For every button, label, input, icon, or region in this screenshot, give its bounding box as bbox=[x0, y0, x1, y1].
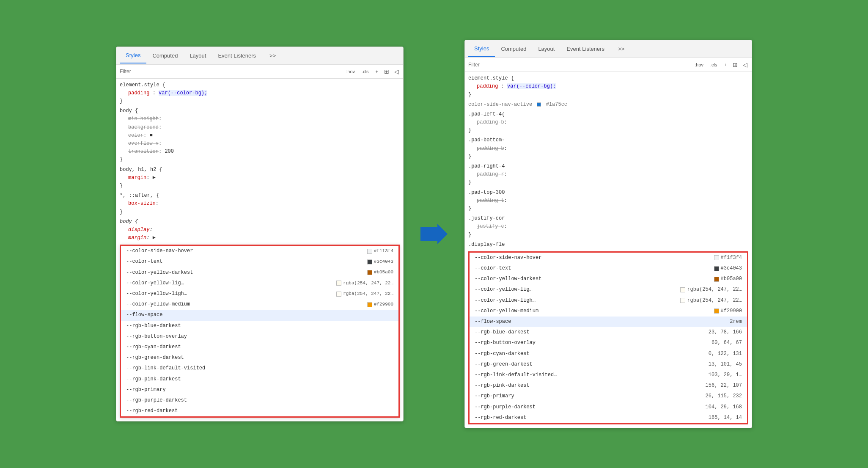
autocomplete-item-rgb-purple-darkest[interactable]: --rgb-purple-darkest bbox=[121, 395, 398, 406]
computed-row-color-yellow-lig: --color-yellow-lig… rgba(254, 247, 22… bbox=[470, 284, 747, 295]
swatch-color-yellow-ligh bbox=[336, 292, 341, 297]
computed-row-rgb-cyan-darkest: --rgb-cyan-darkest 0, 122, 131 bbox=[470, 349, 747, 359]
tab-computed-right[interactable]: Computed bbox=[495, 41, 532, 56]
computed-swatch-color-text bbox=[714, 266, 719, 271]
autocomplete-item-color-yellow-medium[interactable]: --color-yellow-medium #f29900 bbox=[121, 299, 398, 310]
after-selector-left: *, ::after, { bbox=[120, 193, 159, 198]
right-filter-input[interactable] bbox=[468, 62, 689, 68]
body-italic-selector-left: body { bbox=[120, 219, 138, 225]
computed-swatch-color-yellow-lig bbox=[680, 287, 685, 292]
computed-row-rgb-blue-darkest: --rgb-blue-darkest 23, 78, 166 bbox=[470, 327, 747, 338]
padding-prop-left: padding bbox=[128, 90, 149, 96]
right-icon-1[interactable]: ⊞ bbox=[732, 61, 739, 69]
computed-row-rgb-pink-darkest: --rgb-pink-darkest 156, 22, 107 bbox=[470, 380, 747, 391]
body-rule-left: body { min-height: background: color: ■ … bbox=[116, 106, 403, 165]
pad-left-selector: .pad-left-4( bbox=[468, 111, 505, 117]
left-devtools-panel: Styles Computed Layout Event Listeners >… bbox=[116, 47, 404, 422]
autocomplete-item-color-yellow-lig[interactable]: --color-yellow-lig… rgba(254, 247, 22… bbox=[121, 278, 398, 289]
tab-event-listeners-left[interactable]: Event Listeners bbox=[212, 48, 262, 63]
computed-swatch-color-yellow-darkest bbox=[714, 277, 719, 282]
computed-row-color-yellow-ligh: --color-yellow-ligh… rgba(254, 247, 22… bbox=[470, 295, 747, 306]
tab-layout-left[interactable]: Layout bbox=[184, 48, 212, 63]
tab-layout-right[interactable]: Layout bbox=[532, 41, 560, 56]
computed-row-rgb-primary: --rgb-primary 26, 115, 232 bbox=[470, 391, 747, 402]
right-hov-btn[interactable]: :hov bbox=[693, 61, 705, 68]
display-fle-rule: .display-fle bbox=[465, 240, 752, 250]
body-h1-selector-left: body, h1, h2 { bbox=[120, 167, 162, 173]
main-container: Styles Computed Layout Event Listeners >… bbox=[116, 40, 752, 428]
computed-row-rgb-red-darkest: --rgb-red-darkest 165, 14, 14 bbox=[470, 413, 747, 423]
autocomplete-item-rgb-pink-darkest[interactable]: --rgb-pink-darkest bbox=[121, 374, 398, 385]
left-icon-2[interactable]: ◁ bbox=[393, 67, 400, 76]
autocomplete-item-rgb-button-overlay[interactable]: --rgb-button-overlay bbox=[121, 331, 398, 342]
autocomplete-item-rgb-cyan-darkest[interactable]: --rgb-cyan-darkest bbox=[121, 342, 398, 352]
computed-row-color-yellow-medium: --color-yellow-medium #f29900 bbox=[470, 306, 747, 317]
padding-value-left: var(--color-bg); bbox=[159, 90, 207, 96]
autocomplete-item-rgb-primary[interactable]: --rgb-primary bbox=[121, 385, 398, 395]
swatch-color-yellow-medium bbox=[367, 302, 372, 307]
right-cls-btn[interactable]: .cls bbox=[709, 61, 719, 68]
autocomplete-item-rgb-green-darkest[interactable]: --rgb-green-darkest bbox=[121, 352, 398, 363]
element-style-rule-right: element.style { padding : var(--color-bg… bbox=[465, 74, 752, 100]
element-style-selector-right: element.style { bbox=[468, 75, 514, 81]
after-rule-left: *, ::after, { box-sizin: } bbox=[116, 191, 403, 217]
tab-styles-right[interactable]: Styles bbox=[468, 41, 495, 57]
swatch-color-yellow-darkest bbox=[367, 270, 372, 275]
padding-value-right: var(--color-bg); bbox=[507, 83, 556, 89]
left-add-btn[interactable]: + bbox=[374, 68, 380, 75]
right-devtools-panel: Styles Computed Layout Event Listeners >… bbox=[464, 40, 752, 428]
swatch-color-text bbox=[367, 259, 372, 264]
pad-top-rule: .pad-top-300 padding-t: } bbox=[465, 188, 752, 214]
right-computed-dropdown: --color-side-nav-hover #f1f3f4 --color-t… bbox=[468, 251, 748, 424]
pad-bottom-selector: .pad-bottom- bbox=[468, 137, 505, 143]
autocomplete-item-rgb-blue-darkest[interactable]: --rgb-blue-darkest bbox=[121, 321, 398, 331]
computed-row-color-text: --color-text #3c4043 bbox=[470, 263, 747, 274]
tab-styles-left[interactable]: Styles bbox=[120, 48, 146, 63]
tab-more-right[interactable]: >> bbox=[612, 41, 630, 56]
autocomplete-item-color-yellow-darkest[interactable]: --color-yellow-darkest #b05a00 bbox=[121, 267, 398, 278]
autocomplete-item-rgb-red-darkest[interactable]: --rgb-red-darkest bbox=[121, 406, 398, 416]
autocomplete-item-color-yellow-ligh[interactable]: --color-yellow-ligh… rgba(254, 247, 22… bbox=[121, 289, 398, 299]
right-icon-2[interactable]: ◁ bbox=[742, 61, 748, 69]
element-style-selector-left: element.style { bbox=[120, 82, 165, 88]
swatch-color-side-nav-hover bbox=[367, 249, 372, 254]
computed-row-color-side-nav-hover: --color-side-nav-hover #f1f3f4 bbox=[470, 253, 747, 263]
justify-rule: .justify-cor justify-c: } bbox=[465, 214, 752, 240]
left-hov-btn[interactable]: :hov bbox=[344, 68, 357, 75]
left-icon-1[interactable]: ⊞ bbox=[383, 67, 390, 76]
right-filter-bar: :hov .cls + ⊞ ◁ bbox=[465, 58, 752, 72]
computed-swatch-color-side-nav-hover bbox=[714, 255, 719, 260]
autocomplete-item-color-side-nav-hover[interactable]: --color-side-nav-hover #f1f3f4 bbox=[121, 246, 398, 256]
pad-left-rule: .pad-left-4( padding-b: } bbox=[465, 110, 752, 136]
computed-row-rgb-green-darkest: --rgb-green-darkest 13, 101, 45 bbox=[470, 359, 747, 370]
left-filter-input[interactable] bbox=[120, 69, 341, 74]
tab-more-left[interactable]: >> bbox=[264, 48, 282, 63]
autocomplete-item-flow-space[interactable]: --flow-space bbox=[121, 310, 398, 320]
tab-event-listeners-right[interactable]: Event Listeners bbox=[560, 41, 610, 56]
left-tabs-bar: Styles Computed Layout Event Listeners >… bbox=[116, 47, 403, 65]
arrow-icon bbox=[420, 224, 448, 244]
autocomplete-item-rgb-link-default-visited[interactable]: --rgb-link-default-visited bbox=[121, 363, 398, 374]
right-add-btn[interactable]: + bbox=[722, 61, 728, 68]
arrow-container bbox=[420, 224, 448, 244]
pad-bottom-rule: .pad-bottom- padding-b: } bbox=[465, 135, 752, 162]
computed-row-color-yellow-darkest: --color-yellow-darkest #b05a00 bbox=[470, 274, 747, 284]
computed-swatch-color-yellow-medium bbox=[714, 308, 719, 314]
body-h1-rule-left: body, h1, h2 { margin: ► } bbox=[116, 165, 403, 191]
left-filter-bar: :hov .cls + ⊞ ◁ bbox=[116, 65, 403, 79]
autocomplete-item-color-text[interactable]: --color-text #3c4043 bbox=[121, 256, 398, 267]
left-cls-btn[interactable]: .cls bbox=[360, 68, 371, 75]
tab-computed-left[interactable]: Computed bbox=[146, 48, 184, 63]
swatch-color-yellow-lig bbox=[336, 281, 341, 286]
display-fle-selector: .display-fle bbox=[468, 242, 505, 248]
svg-marker-0 bbox=[420, 224, 448, 244]
computed-row-rgb-purple-darkest: --rgb-purple-darkest 104, 29, 168 bbox=[470, 402, 747, 413]
computed-row-rgb-link-default-visited: --rgb-link-default-visited… 103, 29, 1… bbox=[470, 370, 747, 380]
computed-swatch-color-yellow-ligh bbox=[680, 298, 685, 303]
left-autocomplete-dropdown: --color-side-nav-hover #f1f3f4 --color-t… bbox=[120, 245, 400, 418]
right-top-truncated: color-side-nav-active #1a75cc bbox=[465, 100, 752, 110]
pad-top-selector: .pad-top-300 bbox=[468, 190, 505, 195]
right-styles-content: element.style { padding : var(--color-bg… bbox=[465, 72, 752, 428]
element-style-rule-left: element.style { padding : var(--color-bg… bbox=[116, 80, 403, 107]
computed-row-flow-space: --flow-space 2rem bbox=[470, 317, 747, 327]
